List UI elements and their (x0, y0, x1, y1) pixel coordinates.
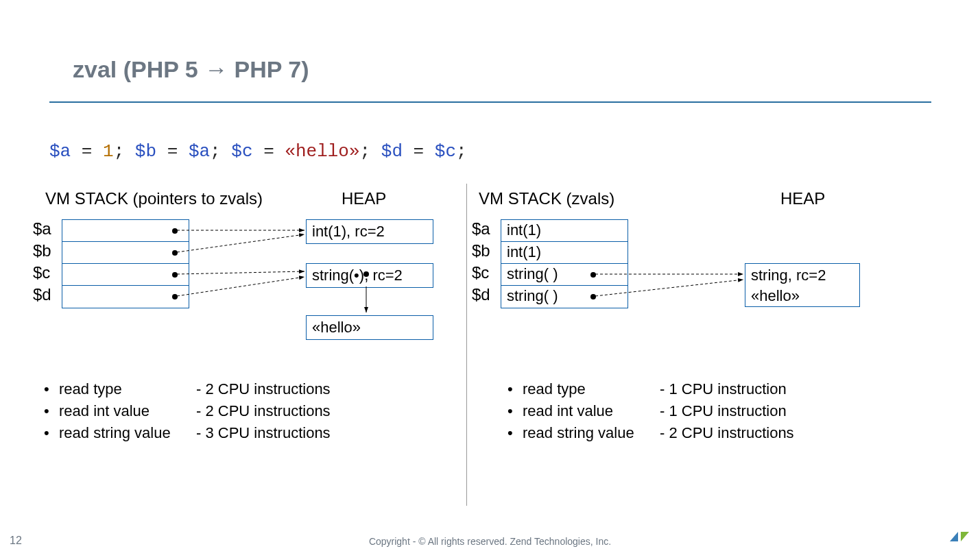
code-token: = (71, 141, 103, 162)
bullet-label: read string value (523, 422, 660, 444)
code-token: 1 (103, 141, 114, 162)
stack-row (62, 264, 189, 286)
stack-row: int(1) (501, 242, 628, 264)
bullet-value: - 2 CPU instructions (196, 378, 331, 400)
bullets-left: •read type- 2 CPU instructions•read int … (44, 378, 331, 444)
var-label: $b (472, 240, 490, 262)
stack-row (62, 220, 189, 242)
heap-string-box-right: string, rc=2 «hello» (745, 263, 860, 307)
var-labels-right: $a$b$c$d (472, 218, 490, 306)
bullet-row: •read int value- 2 CPU instructions (44, 400, 331, 422)
heap-hello-box: «hello» (306, 315, 433, 340)
footer-text: Copyright - © All rights reserved. Zend … (0, 536, 980, 547)
stack-box-left (62, 219, 189, 308)
heap-line: «hello» (751, 286, 854, 306)
pointer-dot (172, 294, 178, 299)
bullet-row: •read type- 2 CPU instructions (44, 378, 331, 400)
stack-heading-right: VM STACK (zvals) (479, 189, 614, 208)
stack-row: int(1) (501, 220, 628, 242)
heap-int-box: int(1), rc=2 (306, 219, 433, 244)
code-token: $b (135, 141, 156, 162)
bullet-label: read int value (523, 400, 660, 422)
bullets-right: •read type- 1 CPU instruction•read int v… (507, 378, 794, 444)
code-token: = (403, 141, 435, 162)
var-label: $b (33, 240, 51, 262)
code-token: ; (210, 141, 231, 162)
pointer-dot (590, 272, 596, 278)
bullet-row: •read int value- 1 CPU instruction (507, 400, 794, 422)
bullet-dot: • (507, 400, 523, 422)
code-token: ; (360, 141, 381, 162)
stack-row (62, 286, 189, 308)
bullet-value: - 2 CPU instructions (660, 422, 794, 444)
var-label: $a (33, 218, 51, 240)
bullet-row: •read type- 1 CPU instruction (507, 378, 794, 400)
svg-line-1 (177, 234, 304, 252)
svg-line-3 (177, 277, 304, 296)
var-label: $a (472, 218, 490, 240)
var-label: $d (33, 284, 51, 306)
bullet-value: - 2 CPU instructions (196, 400, 331, 422)
bullet-dot: • (507, 378, 523, 400)
var-label: $c (33, 262, 51, 284)
bullet-dot: • (44, 378, 59, 400)
stack-row (62, 242, 189, 264)
heap-heading-right: HEAP (780, 189, 825, 208)
code-token: $c (435, 141, 456, 162)
stack-row: string( ) (501, 264, 628, 286)
bullet-value: - 1 CPU instruction (660, 400, 787, 422)
var-label: $d (472, 284, 490, 306)
stack-val: string( ) (507, 265, 558, 282)
zend-logo-icon (948, 529, 972, 547)
bullet-value: - 1 CPU instruction (660, 378, 787, 400)
bullet-row: •read string value- 2 CPU instructions (507, 422, 794, 444)
code-token: = (156, 141, 189, 162)
title-underline (49, 101, 931, 103)
heap-heading-left: HEAP (342, 189, 386, 208)
bullet-dot: • (44, 422, 59, 444)
code-token: $a (49, 141, 71, 162)
stack-box-right: int(1) int(1) string( ) string( ) (501, 219, 628, 308)
code-token: $c (231, 141, 252, 162)
bullet-dot: • (44, 400, 59, 422)
stack-val: int(1) (507, 221, 541, 238)
heap-line: string, rc=2 (751, 265, 854, 286)
heap-string-box: string(•), rc=2 (306, 263, 433, 288)
panel-divider (466, 184, 467, 506)
code-token: = (253, 141, 285, 162)
code-token: ; (456, 141, 467, 162)
bullet-value: - 3 CPU instructions (196, 422, 331, 444)
bullet-dot: • (507, 422, 523, 444)
bullet-row: •read string value- 3 CPU instructions (44, 422, 331, 444)
var-label: $c (472, 262, 490, 284)
code-token: $d (381, 141, 403, 162)
bullet-label: read string value (59, 422, 196, 444)
pointer-dot (590, 294, 596, 299)
page-title: zval (PHP 5 → PHP 7) (73, 56, 309, 83)
bullet-label: read type (59, 378, 196, 400)
stack-row: string( ) (501, 286, 628, 308)
code-token: $a (189, 141, 210, 162)
stack-val: string( ) (507, 287, 558, 304)
pointer-dot (172, 228, 178, 234)
svg-line-2 (177, 271, 304, 274)
code-token: ; (114, 141, 135, 162)
var-labels-left: $a$b$c$d (33, 218, 51, 306)
stack-heading-left: VM STACK (pointers to zvals) (45, 189, 263, 208)
code-token: «hello» (285, 141, 359, 162)
code-sample: $a = 1; $b = $a; $c = «hello»; $d = $c; (49, 141, 467, 162)
stack-val: int(1) (507, 243, 541, 260)
pointer-dot (172, 250, 178, 256)
bullet-label: read int value (59, 400, 196, 422)
bullet-label: read type (523, 378, 660, 400)
pointer-dot (172, 272, 178, 278)
